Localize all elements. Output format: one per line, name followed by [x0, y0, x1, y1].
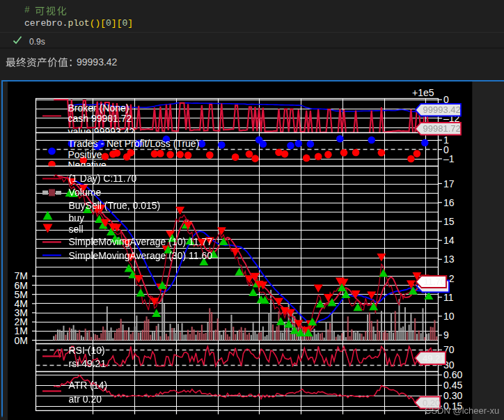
svg-text:RSI (10): RSI (10): [69, 345, 105, 356]
svg-text:sell: sell: [69, 224, 84, 235]
svg-text:0.45: 0.45: [443, 380, 462, 391]
svg-text:atr 0.20: atr 0.20: [69, 394, 102, 405]
svg-text:11.70: 11.70: [424, 277, 446, 287]
svg-text:99993.42: 99993.42: [423, 104, 461, 115]
svg-text:Broker (None): Broker (None): [68, 102, 129, 114]
svg-text:11: 11: [443, 292, 454, 303]
svg-text:16: 16: [443, 197, 455, 208]
svg-text:(1 Day) C:11.70: (1 Day) C:11.70: [69, 173, 137, 184]
svg-text:CSDN @lcheer-xu: CSDN @lcheer-xu: [425, 405, 499, 416]
svg-text:15: 15: [443, 216, 455, 227]
svg-text:0.30: 0.30: [443, 390, 462, 401]
svg-text:17: 17: [443, 178, 455, 189]
svg-text:99981.72: 99981.72: [423, 123, 461, 134]
svg-text:13: 13: [443, 254, 455, 265]
svg-text:ATR (14): ATR (14): [69, 380, 108, 391]
svg-text:rsi 49.21: rsi 49.21: [69, 358, 107, 369]
svg-text:cash 99981.72: cash 99981.72: [68, 113, 132, 124]
svg-text:10: 10: [443, 311, 455, 322]
svg-text:7M: 7M: [15, 270, 28, 281]
svg-text:–1: –1: [443, 153, 455, 164]
svg-text:Positive: Positive: [68, 149, 102, 160]
svg-text:14: 14: [443, 235, 455, 246]
svg-text:49.21: 49.21: [423, 353, 446, 364]
svg-text:SimpleMovingAverage (30) 11.60: SimpleMovingAverage (30) 11.60: [69, 250, 213, 261]
svg-text:SimpleMovingAverage (10) 11.77: SimpleMovingAverage (10) 11.77: [69, 236, 213, 247]
svg-text:BuySell (True, 0.015): BuySell (True, 0.015): [69, 200, 161, 211]
svg-text:9: 9: [443, 329, 449, 341]
svg-text:buy: buy: [69, 212, 85, 224]
svg-text:Volume: Volume: [69, 187, 102, 198]
svg-text:0.60: 0.60: [443, 369, 462, 380]
svg-text:+1e5: +1e5: [412, 87, 434, 98]
svg-text:Trades - Net Profit/Loss (True: Trades - Net Profit/Loss (True): [68, 138, 200, 149]
